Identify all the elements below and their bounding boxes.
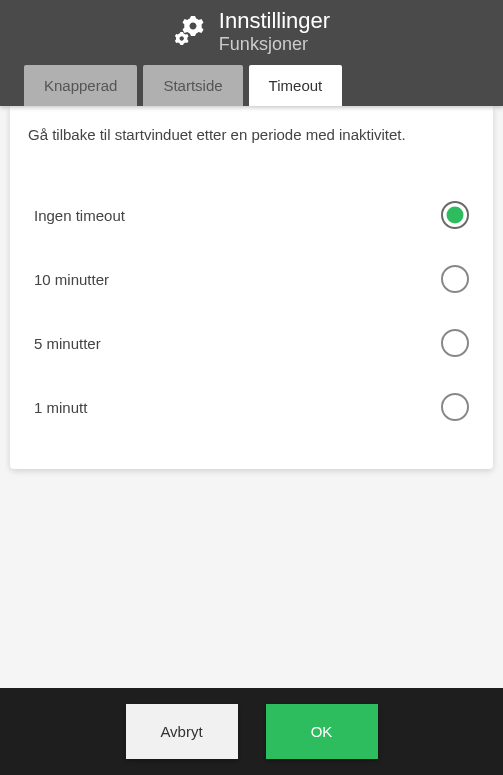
option-no-timeout[interactable]: Ingen timeout — [28, 183, 475, 247]
option-1-min[interactable]: 1 minutt — [28, 375, 475, 439]
cancel-button[interactable]: Avbryt — [126, 704, 238, 759]
option-10-min[interactable]: 10 minutter — [28, 247, 475, 311]
tab-knapperad[interactable]: Knapperad — [24, 65, 137, 106]
option-label: 1 minutt — [34, 399, 87, 416]
ok-button[interactable]: OK — [266, 704, 378, 759]
header-top: Innstillinger Funksjoner — [0, 0, 503, 55]
page-title: Innstillinger — [219, 8, 330, 34]
footer: Avbryt OK — [0, 688, 503, 775]
tabs: Knapperad Startside Timeout — [24, 65, 342, 106]
option-label: 10 minutter — [34, 271, 109, 288]
gears-icon — [173, 12, 209, 52]
option-label: Ingen timeout — [34, 207, 125, 224]
header-titles: Innstillinger Funksjoner — [219, 8, 330, 55]
radio-icon[interactable] — [441, 265, 469, 293]
option-label: 5 minutter — [34, 335, 101, 352]
settings-panel: Gå tilbake til startvinduet etter en per… — [10, 106, 493, 469]
radio-icon[interactable] — [441, 201, 469, 229]
radio-icon[interactable] — [441, 329, 469, 357]
tab-timeout[interactable]: Timeout — [249, 65, 343, 106]
tab-startside[interactable]: Startside — [143, 65, 242, 106]
page-subtitle: Funksjoner — [219, 34, 308, 55]
header: Innstillinger Funksjoner Knapperad Start… — [0, 0, 503, 106]
panel-description: Gå tilbake til startvinduet etter en per… — [28, 126, 475, 143]
option-5-min[interactable]: 5 minutter — [28, 311, 475, 375]
radio-icon[interactable] — [441, 393, 469, 421]
